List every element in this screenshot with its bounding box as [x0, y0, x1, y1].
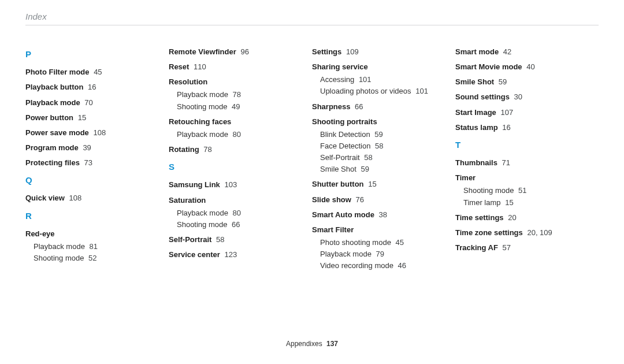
topic-text: Smart Auto mode: [312, 210, 374, 219]
index-topic-label: Shooting portraits: [312, 116, 450, 128]
page-ref: 59: [361, 165, 369, 173]
topic-text: Rotating: [169, 145, 199, 154]
subtopic-text: Uploading photos or videos: [320, 87, 411, 95]
page-ref: 78: [233, 90, 241, 99]
page-ref: 78: [203, 145, 211, 154]
subtopic-text: Self-Portrait: [320, 153, 360, 162]
topic-text: Shooting portraits: [312, 117, 377, 126]
topic-text: Quick view: [25, 194, 65, 202]
index-subtopic: Shooting mode 49: [177, 101, 306, 113]
topic-text: Reset: [169, 62, 189, 71]
index-topic: Red-eyePlayback mode 81Shooting mode 52: [25, 228, 163, 264]
index-subtopic: Playback mode 81: [34, 241, 163, 252]
index-topic-label: Photo Filter mode 45: [25, 66, 163, 78]
index-topic: Power save mode 108: [25, 127, 163, 139]
index-topic-label: Smart Filter: [312, 224, 450, 236]
index-column: Settings 109Sharing serviceAccessing 101…: [312, 43, 455, 274]
index-subtopic: Shooting mode 51: [463, 185, 593, 196]
page-ref: 101: [415, 87, 428, 95]
index-topic-label: Smart Auto mode 38: [312, 209, 450, 221]
index-topic: ResolutionPlayback mode 78Shooting mode …: [169, 76, 306, 112]
index-topic: Playback mode 70: [25, 97, 163, 109]
index-subtopic: Shooting mode 52: [34, 252, 163, 264]
page-ref: 59: [374, 130, 382, 139]
index-topic: Settings 109: [312, 46, 450, 58]
page-ref: 58: [364, 153, 372, 162]
topic-text: Smart Movie mode: [455, 62, 522, 71]
index-topic-label: Smart Movie mode 40: [455, 61, 593, 73]
page-ref: 96: [240, 47, 248, 56]
index-topic: Tracking AF 57: [455, 242, 593, 254]
index-topic: Status lamp 16: [455, 122, 593, 133]
index-topic: Time zone settings 20, 109: [455, 227, 593, 239]
page-ref: 107: [500, 108, 513, 117]
page-ref: 38: [378, 210, 387, 219]
index-topic-label: Settings 109: [312, 46, 450, 58]
page-ref: 52: [88, 254, 96, 262]
index-page: Index PPhoto Filter mode 45Playback butt…: [0, 0, 624, 364]
topic-text: Playback button: [25, 83, 83, 91]
index-topic: Time settings 20: [455, 212, 593, 224]
index-subtopic: Photo shooting mode 45: [320, 237, 450, 248]
subtopic-text: Playback mode: [177, 130, 228, 139]
index-topic-label: Reset 110: [169, 61, 306, 73]
index-topic-label: Rotating 78: [169, 144, 306, 155]
index-columns: PPhoto Filter mode 45Playback button 16P…: [25, 43, 599, 274]
index-subtopic: Playback mode 80: [177, 207, 306, 219]
index-topic: Playback button 16: [25, 81, 163, 93]
topic-text: Smart Filter: [312, 225, 354, 234]
page-ref: 80: [233, 209, 241, 217]
index-topic-label: Smile Shot 59: [455, 76, 593, 88]
topic-text: Status lamp: [455, 123, 498, 132]
topic-text: Samsung Link: [169, 180, 220, 189]
index-topic-label: Playback mode 70: [25, 97, 163, 109]
index-topic: Shooting portraitsBlink Detection 59Face…: [312, 116, 450, 176]
index-topic-label: Samsung Link 103: [169, 179, 306, 191]
index-subtopic: Face Detection 58: [320, 140, 450, 152]
topic-text: Time zone settings: [455, 228, 523, 237]
index-topic-label: Red-eye: [25, 228, 163, 240]
subtopic-text: Shooting mode: [463, 186, 514, 195]
index-letter: Q: [25, 173, 163, 187]
topic-text: Timer: [455, 173, 476, 182]
index-topic: Smart Auto mode 38: [312, 209, 450, 221]
topic-text: Smart mode: [455, 47, 499, 56]
page-ref: 58: [216, 235, 224, 244]
index-subtopic: Playback mode 78: [177, 89, 306, 101]
subtopic-text: Timer lamp: [463, 198, 501, 207]
topic-text: Settings: [312, 47, 341, 56]
page-ref: 16: [88, 83, 96, 91]
index-subtopic: Shooting mode 66: [177, 219, 306, 231]
page-ref: 42: [503, 47, 511, 56]
topic-text: Retouching faces: [169, 117, 231, 126]
subtopic-text: Shooting mode: [177, 102, 227, 111]
subtopic-text: Playback mode: [177, 209, 228, 217]
index-column: PPhoto Filter mode 45Playback button 16P…: [25, 43, 169, 274]
index-topic-label: Timer: [455, 172, 593, 184]
topic-text: Sharing service: [312, 62, 368, 71]
page-ref: 108: [93, 128, 106, 137]
topic-text: Shutter button: [312, 180, 364, 188]
topic-text: Power button: [25, 113, 73, 122]
topic-text: Time settings: [455, 213, 504, 222]
index-topic-label: Service center 123: [169, 249, 306, 261]
subtopic-text: Face Detection: [320, 142, 370, 150]
index-topic-label: Retouching faces: [169, 116, 306, 128]
topic-text: Playback mode: [25, 98, 80, 107]
page-ref: 45: [94, 68, 102, 76]
topic-text: Thumbnails: [455, 158, 497, 167]
subtopic-text: Shooting mode: [177, 220, 227, 229]
page-ref: 58: [375, 142, 383, 150]
page-ref: 15: [368, 180, 376, 188]
index-topic-label: Power button 15: [25, 112, 163, 124]
index-topic: Smart Movie mode 40: [455, 61, 593, 73]
index-topic-label: Smart mode 42: [455, 46, 593, 58]
topic-text: Power save mode: [25, 128, 89, 137]
index-topic: Shutter button 15: [312, 179, 450, 190]
footer-page-number: 137: [326, 340, 338, 348]
page-ref: 123: [225, 250, 237, 259]
page-ref: 45: [396, 238, 404, 247]
index-letter: P: [25, 47, 163, 61]
index-subtopic: Smile Shot 59: [320, 164, 450, 175]
page-ref: 76: [356, 195, 364, 204]
